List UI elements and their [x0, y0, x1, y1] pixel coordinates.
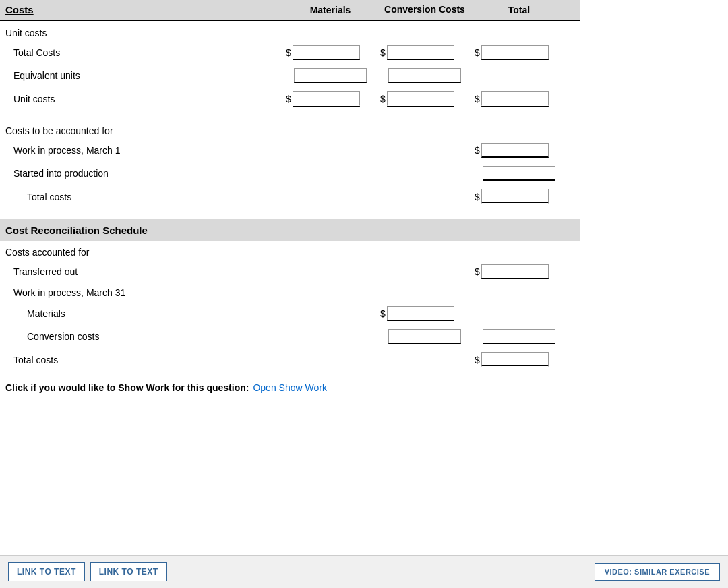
started-into-production-total-input[interactable]: [483, 166, 555, 181]
costs-accounted-for-label: Costs accounted for: [0, 241, 580, 260]
recon-conversion-conversion-cell: [377, 329, 472, 344]
open-show-work-link[interactable]: Open Show Work: [253, 382, 326, 393]
total-costs-label: Total Costs: [0, 47, 283, 58]
table-row: Equivalent units: [0, 64, 580, 87]
cost-reconciliation-title: Cost Reconciliation Schedule: [5, 225, 148, 236]
recon-materials-conversion-cell: $: [377, 306, 472, 321]
total-header: Total: [472, 5, 566, 16]
equivalent-units-label: Equivalent units: [0, 70, 283, 81]
started-into-production-total-cell: [472, 166, 566, 181]
conversion-costs-header: Conversion Costs: [377, 4, 472, 16]
cost-reconciliation-header: Cost Reconciliation Schedule: [0, 219, 580, 241]
started-into-production-label: Started into production: [0, 168, 283, 179]
equivalent-units-materials-cell: [283, 68, 377, 83]
total-costs-materials-input[interactable]: [293, 45, 360, 60]
total-costs-conversion-input[interactable]: [387, 45, 454, 60]
link-to-text-button-2[interactable]: LINK TO TEXT: [90, 562, 167, 581]
transferred-out-label: Transferred out: [0, 266, 283, 277]
total-costs-conversion-cell: $: [377, 45, 472, 60]
total-costs-accounted-label: Total costs: [0, 192, 283, 202]
recon-materials-conversion-input[interactable]: [387, 306, 454, 321]
recon-total-costs-total-cell: $: [472, 352, 566, 368]
table-row: Work in process, March 1 $: [0, 139, 580, 162]
recon-materials-label: Materials: [0, 308, 283, 319]
unit-costs-materials-cell: $: [283, 91, 377, 107]
costs-accounted-section-title: Costs to be accounted for: [0, 119, 580, 139]
table-row: Started into production: [0, 162, 580, 185]
equivalent-units-materials-input[interactable]: [294, 68, 367, 83]
link-to-text-button-1[interactable]: LINK TO TEXT: [8, 562, 85, 581]
unit-costs-conversion-cell: $: [377, 91, 472, 107]
work-in-process-march1-label: Work in process, March 1: [0, 145, 283, 156]
transferred-out-total-cell: $: [472, 264, 566, 279]
total-costs-accounted-total-input[interactable]: [481, 189, 549, 204]
total-costs-total-input[interactable]: [481, 45, 549, 60]
materials-header: Materials: [283, 5, 377, 16]
unit-costs-label: Unit costs: [0, 94, 283, 105]
unit-costs-materials-input[interactable]: [293, 91, 360, 107]
recon-conversion-total-input[interactable]: [483, 329, 555, 344]
table-row: Work in process, March 31: [0, 283, 580, 302]
work-in-process-march1-total-cell: $: [472, 143, 566, 158]
table-header: Costs Materials Conversion Costs Total: [0, 0, 580, 21]
total-costs-accounted-total-cell: $: [472, 189, 566, 204]
table-row: Transferred out $: [0, 260, 580, 283]
costs-header: Costs: [0, 4, 283, 16]
table-row: Conversion costs: [0, 325, 580, 348]
show-work-row: Click if you would like to Show Work for…: [0, 372, 580, 404]
recon-conversion-total-cell: [472, 329, 566, 344]
work-in-process-march1-total-input[interactable]: [481, 143, 549, 158]
video-similar-exercise-button[interactable]: VIDEO: SIMILAR EXERCISE: [595, 563, 720, 581]
table-row: Total costs $: [0, 185, 580, 208]
total-costs-materials-cell: $: [283, 45, 377, 60]
total-costs-total-cell: $: [472, 45, 566, 60]
recon-total-costs-total-input[interactable]: [481, 352, 549, 368]
footer-bar: LINK TO TEXT LINK TO TEXT VIDEO: SIMILAR…: [0, 555, 728, 588]
unit-costs-total-input[interactable]: [481, 91, 549, 107]
recon-conversion-label: Conversion costs: [0, 331, 283, 342]
table-row: Materials $: [0, 302, 580, 325]
unit-costs-section-title: Unit costs: [0, 21, 580, 41]
equivalent-units-conversion-input[interactable]: [388, 68, 461, 83]
work-in-process-march31-label: Work in process, March 31: [0, 287, 283, 298]
table-row: Unit costs $ $ $: [0, 87, 580, 111]
recon-total-costs-label: Total costs: [0, 355, 283, 365]
show-work-text: Click if you would like to Show Work for…: [5, 382, 249, 393]
unit-costs-total-cell: $: [472, 91, 566, 107]
equivalent-units-conversion-cell: [377, 68, 472, 83]
table-row: Total Costs $ $ $: [0, 41, 580, 64]
recon-conversion-conversion-input[interactable]: [388, 329, 461, 344]
unit-costs-conversion-input[interactable]: [387, 91, 454, 107]
table-row: Total costs $: [0, 348, 580, 372]
transferred-out-total-input[interactable]: [481, 264, 549, 279]
